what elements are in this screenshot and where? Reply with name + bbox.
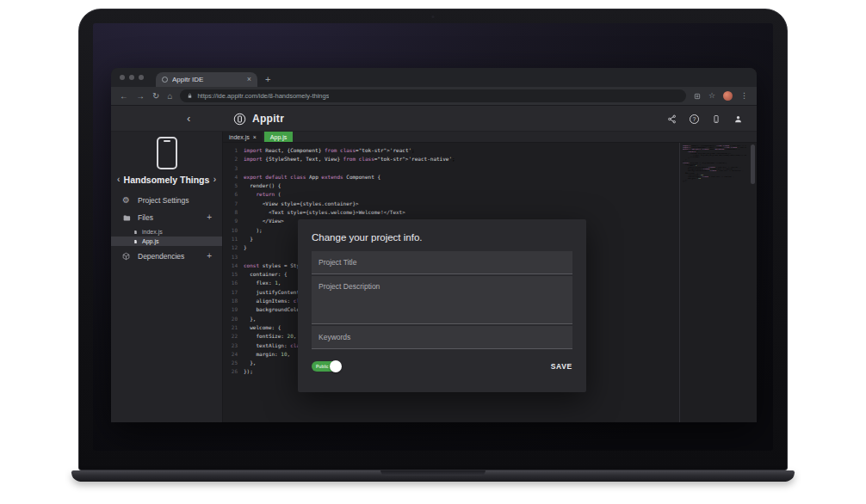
code-line: 6 return ( [223, 190, 679, 199]
minimap[interactable]: import React, {Component} from class="to… [683, 145, 746, 182]
browser-tabstrip: Appitr IDE × + [111, 68, 757, 87]
project-phone-icon [157, 137, 177, 169]
toggle-knob[interactable] [330, 360, 342, 372]
files-label: Files [138, 213, 153, 222]
sidebar: ‹ Handsomely Things › ⚙ Project Settings [111, 132, 223, 422]
public-toggle[interactable]: Public [312, 361, 339, 372]
sidebar-item-dependencies[interactable]: Dependencies + [111, 248, 222, 265]
help-icon[interactable]: ? [690, 114, 699, 124]
file-item-indexjs[interactable]: index.js [111, 227, 222, 237]
editor-tab-label: index.js [229, 134, 250, 140]
sidebar-collapse-icon[interactable]: ‹ [187, 113, 190, 124]
new-tab-button[interactable]: + [265, 75, 270, 84]
window-zoom-button[interactable] [139, 75, 144, 80]
code-line: 4export default class App extends Compon… [223, 173, 679, 181]
window-close-button[interactable] [120, 75, 125, 80]
address-bar[interactable]: https://ide.appitr.com/ide/8-handsomely-… [180, 89, 685, 102]
add-file-button[interactable]: + [207, 213, 212, 222]
account-icon[interactable] [733, 114, 743, 124]
minimap-content: import React, {Component} from class="to… [683, 145, 746, 182]
project-description-input[interactable] [312, 276, 572, 324]
profile-avatar[interactable] [723, 91, 733, 101]
editor-tab-indexjs[interactable]: index.js × [223, 132, 263, 142]
sidebar-item-files[interactable]: Files + [111, 209, 222, 226]
appitr-logo-icon [233, 113, 246, 126]
tab-favicon-icon [162, 77, 168, 83]
editor-tab-close-icon[interactable]: × [253, 134, 257, 140]
editor-tabbar: index.js × App.js [223, 132, 757, 143]
next-project-icon[interactable]: › [213, 175, 216, 184]
lock-icon [187, 93, 193, 99]
file-name: index.js [142, 229, 163, 235]
code-line: 3 [223, 164, 679, 173]
editor-scrollbar[interactable] [750, 143, 756, 422]
browser-toolbar: ← → ↻ ⌂ https://ide.appitr.com/ide/8-han… [111, 87, 757, 106]
file-list: index.js App.js [111, 227, 222, 246]
ide-body: ‹ Handsomely Things › ⚙ Project Settings [111, 132, 757, 422]
tab-title: Appitr IDE [172, 76, 243, 83]
project-switcher: ‹ Handsomely Things › [111, 175, 222, 185]
app-brand: Appitr [233, 106, 284, 132]
file-icon [133, 239, 138, 244]
sidebar-item-project-settings[interactable]: ⚙ Project Settings [111, 192, 222, 209]
laptop-camera-icon [432, 15, 435, 18]
code-line: 1import React, {Component} from class="t… [223, 146, 679, 155]
add-dependency-button[interactable]: + [207, 252, 212, 261]
bookmark-star-icon[interactable]: ☆ [708, 92, 715, 100]
laptop-base-notch [380, 470, 486, 476]
gear-icon: ⚙ [121, 196, 131, 205]
laptop-base [71, 470, 795, 482]
modal-footer: Public SAVE [312, 361, 572, 372]
url-text: https://ide.appitr.com/ide/8-handsomely-… [197, 92, 329, 100]
dependencies-label: Dependencies [138, 252, 184, 261]
header-actions: ? [667, 106, 743, 132]
package-icon [121, 252, 131, 261]
ide-header: ‹ Appitr ? [111, 106, 757, 132]
desktop-wallpaper: Appitr IDE × + ← → ↻ ⌂ https://ide. [93, 23, 773, 451]
project-name: Handsomely Things [124, 175, 210, 185]
laptop-mockup: Appitr IDE × + ← → ↻ ⌂ https://ide. [0, 0, 866, 504]
file-item-appjs[interactable]: App.js [111, 237, 222, 246]
page-action-icon[interactable] [694, 93, 701, 100]
window-controls [120, 68, 144, 87]
file-name: App.js [142, 238, 158, 244]
code-line: 5 render() { [223, 181, 679, 190]
editor-tab-label: App.js [270, 134, 287, 140]
minimap-line: }); [683, 181, 746, 182]
tab-close-icon[interactable]: × [247, 76, 251, 83]
device-preview-icon[interactable] [712, 114, 721, 124]
home-icon[interactable]: ⌂ [167, 92, 172, 101]
window-minimize-button[interactable] [129, 75, 134, 80]
browser-window: Appitr IDE × + ← → ↻ ⌂ https://ide. [111, 68, 757, 422]
share-icon[interactable] [667, 114, 677, 124]
code-line: 2import {StyleSheet, Text, View} from cl… [223, 155, 679, 163]
scrollbar-thumb[interactable] [751, 144, 755, 184]
file-icon [133, 230, 138, 235]
prev-project-icon[interactable]: ‹ [117, 175, 120, 184]
modal-title: Change your project info. [312, 219, 572, 243]
browser-menu-icon[interactable]: ⋮ [740, 92, 748, 100]
toggle-label: Public [316, 364, 329, 369]
project-info-modal: Change your project info. Public SAVE [298, 219, 586, 392]
keywords-input[interactable] [312, 326, 572, 349]
forward-icon[interactable]: → [136, 92, 145, 101]
code-line: 7 <View style={styles.container}> [223, 200, 679, 208]
project-settings-label: Project Settings [138, 196, 189, 205]
browser-tab[interactable]: Appitr IDE × [156, 72, 257, 87]
app-name: Appitr [252, 113, 284, 125]
save-button[interactable]: SAVE [551, 362, 572, 371]
back-icon[interactable]: ← [120, 92, 128, 101]
editor-tab-appjs[interactable]: App.js [264, 132, 293, 142]
folder-icon [121, 214, 131, 222]
code-line: 8 <Text style={styles.welcome}>Welcome!<… [223, 208, 679, 217]
laptop-screen: Appitr IDE × + ← → ↻ ⌂ https://ide. [78, 9, 788, 470]
editor-right-rail: import React, {Component} from class="to… [679, 143, 757, 422]
reload-icon[interactable]: ↻ [152, 92, 159, 101]
project-title-input[interactable] [312, 251, 572, 274]
